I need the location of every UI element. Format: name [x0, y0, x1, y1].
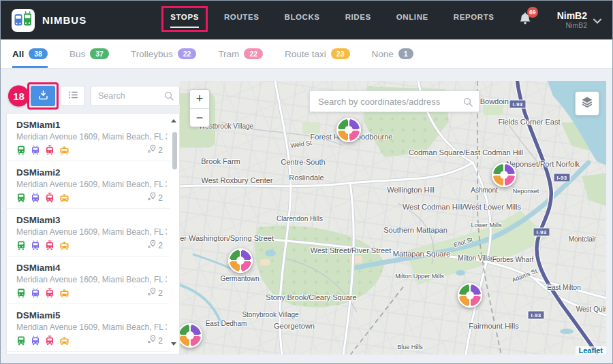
bus-icon [16, 240, 26, 250]
map-place-label: Germantown [220, 275, 259, 282]
taxi-icon [59, 193, 69, 203]
map-place-label: Upper Washington/Spring Street [180, 234, 274, 242]
stop-address: Meridian Avenue 1609, Miami Beach, FL 33… [16, 275, 167, 284]
filter-tab-all[interactable]: All38 [12, 39, 48, 68]
map-place-label: Southern Mattapan [383, 226, 447, 234]
filter-label: Trolleybus [131, 49, 173, 59]
layers-icon [580, 95, 594, 112]
map-canvas[interactable]: Westbrook VillageForest Hills/Woodbourne… [180, 81, 606, 354]
stop-address: Meridian Avenue 1609, Miami Beach, FL 33… [16, 132, 167, 142]
nav-tab-label: BLOCKS [284, 13, 319, 28]
stop-points-count: 2 [147, 144, 167, 156]
nav-tab-rides[interactable]: RIDES [345, 13, 371, 28]
map-place-label: Neponset/Port Norfolk [506, 160, 580, 168]
taxi-icon [59, 288, 69, 298]
stop-address: Meridian Avenue 1609, Miami Beach, FL 33… [16, 322, 167, 332]
download-icon [38, 90, 48, 102]
stop-list-item[interactable]: DSMiami3 Meridian Avenue 1609, Miami Bea… [7, 209, 170, 257]
stop-cluster-marker[interactable] [492, 163, 516, 187]
filter-count-badge: 22 [244, 48, 263, 59]
map-place-label: Stonybrook Village [242, 311, 298, 318]
stop-list-item[interactable]: DSMiami1 Meridian Avenue 1609, Miami Bea… [7, 114, 170, 161]
zoom-in-button[interactable]: + [190, 90, 209, 108]
map-place-label: Brook Farm [201, 157, 240, 165]
import-stops-button[interactable] [31, 86, 55, 106]
search-icon [163, 90, 174, 104]
bus-icon [16, 335, 26, 346]
map-zoom-control: + − [189, 89, 210, 127]
taxi-icon [59, 145, 69, 155]
notifications-bell-button[interactable]: 69 [518, 12, 533, 29]
map-place-label: Roslindale [289, 173, 324, 182]
trolleybus-icon [31, 240, 40, 250]
map-layers-button[interactable] [575, 91, 599, 116]
leaflet-link[interactable]: Leaflet [579, 346, 603, 354]
stop-cluster-marker[interactable] [336, 118, 361, 142]
map-search-input[interactable] [310, 91, 479, 112]
zoom-out-button[interactable]: − [190, 108, 209, 127]
stop-name: DSMiami2 [16, 167, 167, 178]
nav-tab-label: ONLINE [396, 13, 428, 28]
stop-cluster-marker[interactable] [458, 283, 482, 308]
nav-tab-stops[interactable]: STOPS [170, 13, 199, 28]
tram-icon [45, 145, 54, 155]
bus-icon [16, 288, 26, 298]
taxi-icon [59, 240, 69, 250]
filter-label: Bus [69, 49, 85, 59]
user-menu-button[interactable]: NimB2 NimB2 [557, 11, 601, 30]
stop-list-item[interactable]: DSMiami2 Meridian Avenue 1609, Miami Bea… [7, 161, 170, 209]
filter-tab-bus[interactable]: Bus37 [69, 39, 109, 68]
stop-points-count: 2 [147, 192, 167, 203]
scroll-down-arrow[interactable] [171, 342, 176, 346]
pin-icon [147, 335, 156, 346]
highway-shield: I-93 [533, 228, 550, 237]
filter-count-badge: 22 [178, 48, 197, 59]
filter-label: Route taxi [285, 49, 326, 59]
tram-icon [45, 335, 54, 346]
list-view-button[interactable] [61, 86, 85, 106]
stop-list-item[interactable]: DSMiami4 Meridian Avenue 1609, Miami Bea… [7, 257, 170, 304]
filter-tab-none[interactable]: None1 [372, 39, 413, 68]
nav-tab-routes[interactable]: ROUTES [224, 13, 260, 28]
map-place-label: Clarendon Hills [277, 215, 323, 222]
filter-tab-tram[interactable]: Tram22 [218, 39, 263, 68]
trolleybus-icon [31, 193, 40, 203]
nav-tab-label: STOPS [170, 13, 199, 28]
nav-tab-blocks[interactable]: BLOCKS [284, 13, 319, 28]
bell-icon [518, 17, 533, 29]
brand-name: NIMBUS [42, 14, 87, 26]
scroll-up-arrow[interactable] [171, 119, 176, 122]
map-place-label: East Milton [547, 284, 580, 291]
stop-name: DSMiami4 [16, 263, 167, 273]
scrollbar-thumb[interactable] [172, 132, 177, 169]
map-place-label: West Quincy [576, 305, 606, 313]
filter-tab-trolleybus[interactable]: Trolleybus22 [131, 39, 196, 68]
notification-count-badge: 69 [527, 7, 538, 18]
chevron-down-icon [593, 14, 601, 27]
nav-tab-online[interactable]: ONLINE [396, 13, 428, 28]
map-place-label: Fairmount Hills [469, 322, 518, 330]
stop-list-item[interactable]: DSMiami6 Meridian Avenue 1609, Miami Bea… [7, 352, 170, 354]
stop-list-item[interactable]: DSMiami5 Meridian Avenue 1609, Miami Bea… [7, 304, 170, 352]
stop-address: Meridian Avenue 1609, Miami Beach, FL 33… [16, 180, 167, 189]
stop-cluster-marker[interactable] [228, 248, 253, 273]
map-place-label: Blue Hills [397, 344, 423, 350]
stops-search [91, 86, 180, 106]
filter-tab-route-taxi[interactable]: Route taxi23 [285, 39, 349, 68]
map-place-label: Forbes Wharf [492, 256, 534, 263]
map-place-label: West Codman Hill/West Lower Mills [403, 203, 521, 211]
pin-icon [147, 239, 156, 251]
stop-points-count: 2 [147, 287, 167, 299]
trolleybus-icon [31, 288, 40, 298]
main-nav: STOPSROUTESBLOCKSRIDESONLINEREPORTS [170, 13, 494, 28]
nav-tab-reports[interactable]: REPORTS [454, 13, 494, 28]
map-place-label: Stony Brook/Cleary Square [266, 293, 356, 301]
map-place-label: Wellington Hill [387, 186, 435, 194]
stop-name: DSMiami1 [16, 120, 167, 130]
map-place-label: East Dedham [206, 320, 247, 327]
filter-count-badge: 37 [90, 48, 109, 59]
bus-icon [16, 193, 26, 203]
map-place-label: Milton Upper Mills [395, 273, 444, 280]
filter-label: Tram [218, 49, 239, 59]
filter-label: All [12, 49, 24, 59]
